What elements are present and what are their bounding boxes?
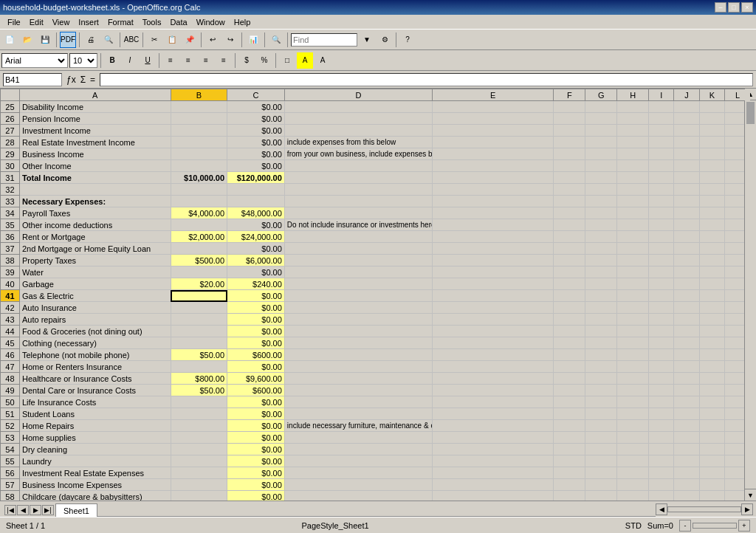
cell-A47[interactable]: Home or Renters Insurance	[19, 361, 171, 373]
cell-F25[interactable]	[554, 101, 585, 113]
cell-J40[interactable]	[674, 278, 699, 290]
cell-B39[interactable]	[171, 266, 227, 278]
cell-E53[interactable]	[432, 432, 554, 444]
cell-F56[interactable]	[554, 467, 585, 479]
cell-C56[interactable]: $0.00	[227, 467, 285, 479]
cell-A35[interactable]: Other income deductions	[19, 219, 171, 231]
cell-reference-input[interactable]: B41	[3, 73, 62, 86]
cell-H54[interactable]	[617, 444, 649, 455]
cell-J36[interactable]	[674, 231, 699, 243]
cell-F29[interactable]	[554, 148, 585, 160]
cell-G52[interactable]	[585, 420, 617, 432]
cell-H35[interactable]	[617, 219, 649, 231]
cell-G56[interactable]	[585, 467, 617, 479]
cell-H51[interactable]	[617, 408, 649, 420]
cell-J54[interactable]	[674, 444, 699, 455]
row-header-45[interactable]: 45	[1, 337, 20, 349]
cell-D33[interactable]	[284, 196, 432, 207]
cell-F44[interactable]	[554, 326, 585, 337]
cell-I30[interactable]	[649, 160, 674, 172]
cell-A57[interactable]: Business Income Expenses	[19, 479, 171, 491]
row-header-30[interactable]: 30	[1, 160, 20, 172]
find-options-button[interactable]: ⚙	[377, 32, 393, 48]
vertical-scrollbar[interactable]: ▲ ▼	[744, 89, 756, 501]
cell-K25[interactable]	[699, 101, 725, 113]
find-button[interactable]: 🔍	[268, 32, 284, 48]
cell-H32[interactable]	[617, 184, 649, 196]
cell-A32[interactable]	[19, 184, 171, 196]
cell-F34[interactable]	[554, 207, 585, 219]
col-header-B[interactable]: B	[171, 89, 227, 101]
cell-E46[interactable]	[432, 349, 554, 361]
row-header-42[interactable]: 42	[1, 302, 20, 314]
cell-A56[interactable]: Investment Real Estate Expenses	[19, 467, 171, 479]
cell-E40[interactable]	[432, 278, 554, 290]
cell-C33[interactable]	[227, 196, 285, 207]
cell-C32[interactable]	[227, 184, 285, 196]
cell-D29[interactable]: from your own business, include expenses…	[284, 148, 432, 160]
cell-G46[interactable]	[585, 349, 617, 361]
cell-D43[interactable]	[284, 314, 432, 326]
cell-B44[interactable]	[171, 326, 227, 337]
cell-J27[interactable]	[674, 125, 699, 137]
cell-H52[interactable]	[617, 420, 649, 432]
cell-I54[interactable]	[649, 444, 674, 455]
maximize-button[interactable]: □	[728, 2, 740, 13]
cell-A38[interactable]: Property Taxes	[19, 255, 171, 266]
cell-B57[interactable]	[171, 479, 227, 491]
cell-D45[interactable]	[284, 337, 432, 349]
menu-window[interactable]: Window	[192, 16, 230, 28]
formula-icon-equals[interactable]: =	[89, 75, 97, 85]
cell-E35[interactable]	[432, 219, 554, 231]
cell-F43[interactable]	[554, 314, 585, 326]
cell-H41[interactable]	[617, 290, 649, 302]
cell-G40[interactable]	[585, 278, 617, 290]
cell-J44[interactable]	[674, 326, 699, 337]
cell-I46[interactable]	[649, 349, 674, 361]
row-header-38[interactable]: 38	[1, 255, 20, 266]
cell-C43[interactable]: $0.00	[227, 314, 285, 326]
cell-A54[interactable]: Dry cleaning	[19, 444, 171, 455]
cell-J29[interactable]	[674, 148, 699, 160]
cell-C25[interactable]: $0.00	[227, 101, 285, 113]
cell-F33[interactable]	[554, 196, 585, 207]
menu-tools[interactable]: Tools	[138, 16, 166, 28]
cell-J57[interactable]	[674, 479, 699, 491]
cell-B33[interactable]	[171, 196, 227, 207]
cell-A33[interactable]: Necessary Expenses:	[19, 196, 171, 207]
cell-D36[interactable]	[284, 231, 432, 243]
cell-F57[interactable]	[554, 479, 585, 491]
cell-K52[interactable]	[699, 420, 725, 432]
cell-J55[interactable]	[674, 455, 699, 467]
cell-G53[interactable]	[585, 432, 617, 444]
cell-K30[interactable]	[699, 160, 725, 172]
cell-C53[interactable]: $0.00	[227, 432, 285, 444]
cell-A42[interactable]: Auto Insurance	[19, 302, 171, 314]
cell-D30[interactable]	[284, 160, 432, 172]
cell-I48[interactable]	[649, 373, 674, 385]
italic-button[interactable]: I	[122, 52, 138, 69]
cell-J42[interactable]	[674, 302, 699, 314]
cell-H34[interactable]	[617, 207, 649, 219]
cell-J46[interactable]	[674, 349, 699, 361]
cell-D44[interactable]	[284, 326, 432, 337]
cell-C50[interactable]: $0.00	[227, 396, 285, 408]
cell-I33[interactable]	[649, 196, 674, 207]
cell-G55[interactable]	[585, 455, 617, 467]
percent-button[interactable]: %	[256, 52, 272, 69]
cell-A43[interactable]: Auto repairs	[19, 314, 171, 326]
cell-B54[interactable]	[171, 444, 227, 455]
cell-I42[interactable]	[649, 302, 674, 314]
cell-H27[interactable]	[617, 125, 649, 137]
cell-G26[interactable]	[585, 113, 617, 125]
cell-G29[interactable]	[585, 148, 617, 160]
cell-I40[interactable]	[649, 278, 674, 290]
formula-icon-sum[interactable]: Σ	[79, 75, 87, 85]
cell-I34[interactable]	[649, 207, 674, 219]
cell-H25[interactable]	[617, 101, 649, 113]
font-size-select[interactable]: 10	[69, 53, 97, 68]
find-input[interactable]	[291, 33, 357, 47]
cell-K54[interactable]	[699, 444, 725, 455]
cell-B50[interactable]	[171, 396, 227, 408]
cell-D28[interactable]: include expenses from this below	[284, 137, 432, 148]
